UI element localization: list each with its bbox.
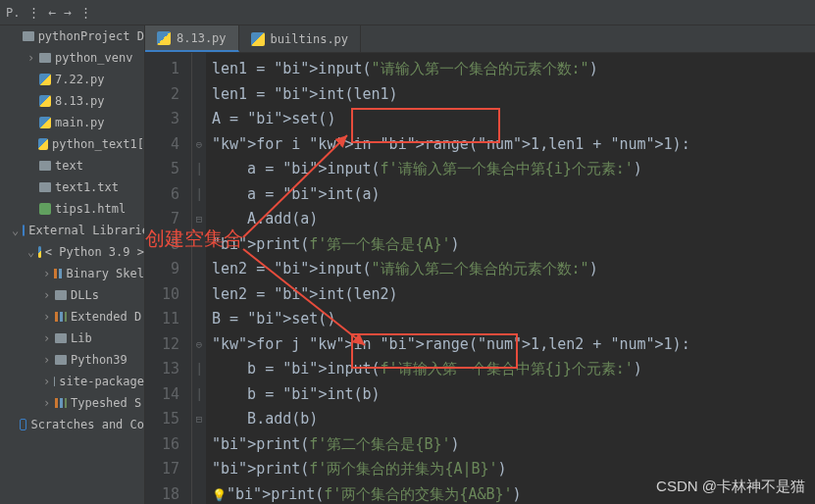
toolbar-label[interactable]: P.	[6, 6, 20, 20]
tree-item[interactable]: ›DLLs	[0, 284, 144, 306]
fold-marker[interactable]: │	[192, 382, 206, 408]
code-area[interactable]: len1 = "bi">input("请输入第一个集合的元素个数:")len1 …	[206, 53, 690, 504]
fold-marker[interactable]: ⊖	[192, 132, 206, 158]
fold-marker	[192, 307, 206, 332]
tree-label: Extended D	[71, 310, 141, 324]
line-number: 11	[145, 307, 179, 332]
code-line[interactable]: B.add(b)	[212, 407, 690, 432]
python-icon	[251, 32, 265, 46]
tree-item[interactable]: tips1.html	[0, 198, 144, 220]
tab-label: builtins.py	[271, 32, 348, 46]
forward-icon[interactable]: →	[64, 5, 72, 20]
python-icon	[157, 31, 171, 45]
code-line[interactable]: B = "bi">set()	[212, 307, 690, 332]
code-line[interactable]: a = "bi">input(f'请输入第一个集合中第{i}个元素:')	[212, 157, 690, 182]
tree-label: < Python 3.9 >	[45, 245, 144, 259]
line-number: 5	[145, 157, 179, 182]
fold-marker[interactable]: │	[192, 157, 206, 182]
tree-label: 8.13.py	[55, 94, 105, 108]
bulb-icon[interactable]: 💡	[212, 488, 227, 502]
tree-label: python_text1[	[52, 137, 144, 151]
project-tree[interactable]: pythonProject D›python_venv7.22.py8.13.p…	[0, 25, 145, 504]
chevron-icon: ›	[43, 331, 51, 345]
code-line[interactable]: a = "bi">int(a)	[212, 182, 690, 208]
chevron-icon: ›	[27, 51, 35, 65]
line-number: 13	[145, 357, 179, 382]
tree-item[interactable]: ›python_venv	[0, 47, 144, 69]
py-icon	[39, 117, 51, 128]
fold-marker[interactable]: ⊟	[192, 407, 206, 432]
line-number: 8	[145, 232, 179, 258]
code-line[interactable]: len1 = "bi">input("请输入第一个集合的元素个数:")	[212, 57, 690, 82]
back-icon[interactable]: ←	[48, 5, 56, 20]
code-line[interactable]: "bi">print(f'第一个集合是{A}')	[212, 232, 690, 258]
fold-marker[interactable]: ⊖	[192, 332, 206, 358]
code-line[interactable]: len2 = "bi">int(len2)	[212, 282, 690, 308]
tree-item[interactable]: text1.txt	[0, 176, 144, 198]
tree-label: text	[55, 159, 83, 173]
line-number: 15	[145, 407, 179, 432]
tree-item[interactable]: main.py	[0, 112, 144, 133]
folder-icon	[55, 333, 67, 343]
fold-marker[interactable]: │	[192, 357, 206, 382]
code-line[interactable]: "kw">for j "kw">in "bi">range("num">1,le…	[212, 332, 690, 358]
tab-builtins-py[interactable]: builtins.py	[239, 25, 361, 52]
py-icon	[38, 138, 48, 150]
code-line[interactable]: "bi">print(f'两个集合的并集为{A|B}')	[212, 457, 690, 482]
tree-item[interactable]: ›Extended D	[0, 306, 144, 328]
main-toolbar: P. ⋮ ← → ⋮	[0, 0, 815, 25]
fold-marker[interactable]: ⊟	[192, 207, 206, 232]
fold-column[interactable]: ⊖││⊟⊖││⊟	[192, 53, 206, 504]
fold-marker[interactable]: │	[192, 182, 206, 208]
tree-label: text1.txt	[55, 180, 119, 194]
editor[interactable]: 12345678910111213141516171819 ⊖││⊟⊖││⊟ l…	[145, 53, 690, 504]
separator-icon: ⋮	[27, 5, 40, 20]
tree-item[interactable]: python_text1[	[0, 133, 144, 155]
bar-icon	[55, 312, 67, 322]
tree-item[interactable]: ⌄< Python 3.9 >	[0, 241, 144, 263]
chevron-icon: ⌄	[27, 245, 34, 259]
tree-label: main.py	[55, 116, 105, 129]
scratch-icon	[20, 419, 26, 430]
code-line[interactable]: "kw">for i "kw">in "bi">range("num">1,le…	[212, 132, 690, 158]
folder-icon	[54, 377, 55, 386]
code-line[interactable]: b = "bi">int(b)	[212, 382, 690, 408]
line-number: 1	[145, 57, 179, 82]
fold-marker	[192, 282, 206, 308]
tree-label: python_venv	[55, 51, 132, 65]
fold-marker	[192, 107, 206, 132]
code-line[interactable]: len2 = "bi">input("请输入第二个集合的元素个数:")	[212, 257, 690, 282]
tree-label: Binary Skel	[67, 267, 144, 280]
watermark: CSDN @卡林神不是猫	[656, 478, 805, 496]
tree-item[interactable]: text	[0, 155, 144, 176]
line-number: 2	[145, 82, 179, 108]
folder-icon	[55, 290, 67, 300]
line-number: 3	[145, 107, 179, 132]
tree-item[interactable]: 7.22.py	[0, 69, 144, 90]
code-line[interactable]: 💡"bi">print(f'两个集合的交集为{A&B}')	[212, 482, 690, 505]
code-line[interactable]: b = "bi">input(f'请输入第一个集合中第{j}个元素:')	[212, 357, 690, 382]
html-icon	[39, 203, 51, 215]
line-number: 18	[145, 482, 179, 505]
tree-item[interactable]: ›Binary Skel	[0, 263, 144, 284]
chevron-icon: ›	[43, 310, 51, 324]
tree-item[interactable]: ›site-package	[0, 371, 144, 392]
tree-item[interactable]: pythonProject D	[0, 25, 144, 47]
tree-item[interactable]: Scratches and Co	[0, 414, 144, 435]
code-line[interactable]: A.add(a)	[212, 207, 690, 232]
tree-item[interactable]: ⌄External Libraries	[0, 220, 144, 241]
tree-item[interactable]: 8.13.py	[0, 90, 144, 112]
tree-item[interactable]: ›Lib	[0, 328, 144, 349]
tree-item[interactable]: ›Typeshed S	[0, 392, 144, 414]
tree-label: Scratches and Co	[30, 418, 144, 431]
code-line[interactable]: "bi">print(f'第二个集合是{B}')	[212, 432, 690, 458]
lib-icon	[23, 225, 25, 236]
line-number: 7	[145, 207, 179, 232]
tree-item[interactable]: ›Python39	[0, 349, 144, 371]
code-line[interactable]: A = "bi">set()	[212, 107, 690, 132]
tab-8-13-py[interactable]: 8.13.py	[145, 25, 239, 52]
chevron-icon: ›	[43, 267, 50, 280]
code-line[interactable]: len1 = "bi">int(len1)	[212, 82, 690, 108]
folder-icon	[55, 355, 67, 365]
line-number: 14	[145, 382, 179, 408]
